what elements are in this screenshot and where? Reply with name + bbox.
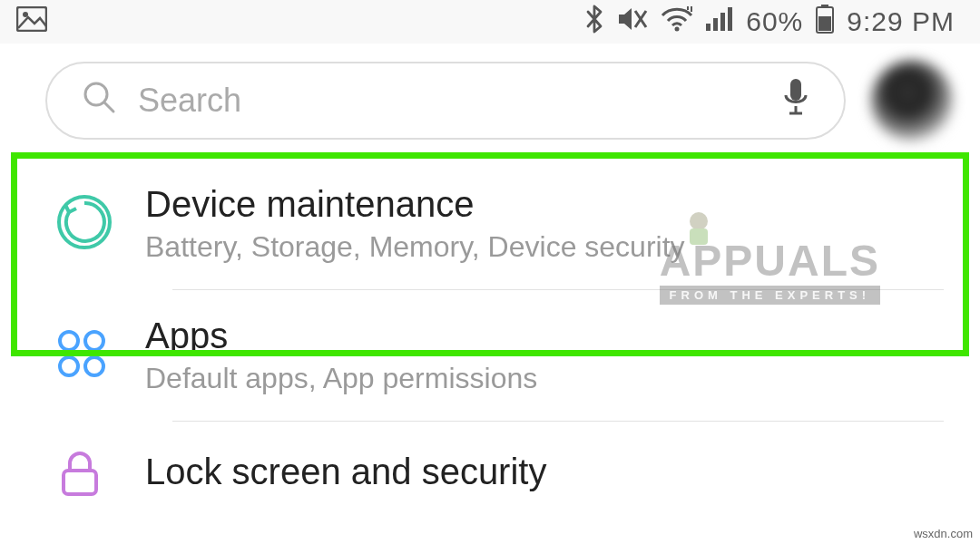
svg-rect-5 <box>706 24 710 31</box>
settings-item-lock-screen[interactable]: Lock screen and security <box>0 422 980 507</box>
wifi-icon <box>661 6 693 38</box>
settings-item-device-maintenance[interactable]: Device maintenance Battery, Storage, Mem… <box>0 159 980 289</box>
search-placeholder: Search <box>138 82 760 120</box>
apps-grid-icon <box>54 326 109 384</box>
svg-rect-6 <box>713 18 718 31</box>
lock-icon <box>54 447 105 501</box>
battery-icon <box>816 5 834 40</box>
search-input[interactable]: Search <box>45 62 846 140</box>
picture-icon <box>16 6 47 38</box>
item-title: Device maintenance <box>145 184 953 225</box>
svg-line-13 <box>104 102 113 112</box>
svg-point-20 <box>60 357 78 375</box>
clock-text: 9:29 PM <box>847 6 955 37</box>
search-icon <box>82 80 116 122</box>
mute-icon <box>617 5 648 39</box>
settings-list: Device maintenance Battery, Storage, Mem… <box>0 158 980 507</box>
svg-point-1 <box>23 12 28 17</box>
settings-item-apps[interactable]: Apps Default apps, App permissions <box>0 290 980 421</box>
search-row: Search <box>0 44 980 158</box>
item-title: Lock screen and security <box>145 452 953 492</box>
svg-point-4 <box>675 26 680 31</box>
profile-avatar[interactable] <box>871 60 953 141</box>
refresh-circle-icon <box>54 192 114 256</box>
bluetooth-icon <box>584 5 604 40</box>
microphone-icon[interactable] <box>782 77 809 125</box>
battery-percent: 60% <box>746 6 803 37</box>
status-bar: 60% 9:29 PM <box>0 0 980 44</box>
item-subtitle: Default apps, App permissions <box>145 362 953 395</box>
svg-rect-11 <box>818 16 831 31</box>
footer-credit: wsxdn.com <box>914 527 973 540</box>
svg-rect-22 <box>64 471 96 494</box>
svg-rect-7 <box>720 13 725 31</box>
svg-rect-14 <box>790 79 801 101</box>
item-title: Apps <box>145 316 953 356</box>
svg-rect-8 <box>728 7 732 31</box>
svg-point-18 <box>60 332 78 350</box>
svg-point-19 <box>85 332 103 350</box>
signal-icon <box>706 6 733 37</box>
svg-point-21 <box>85 357 103 375</box>
item-subtitle: Battery, Storage, Memory, Device securit… <box>145 230 953 264</box>
